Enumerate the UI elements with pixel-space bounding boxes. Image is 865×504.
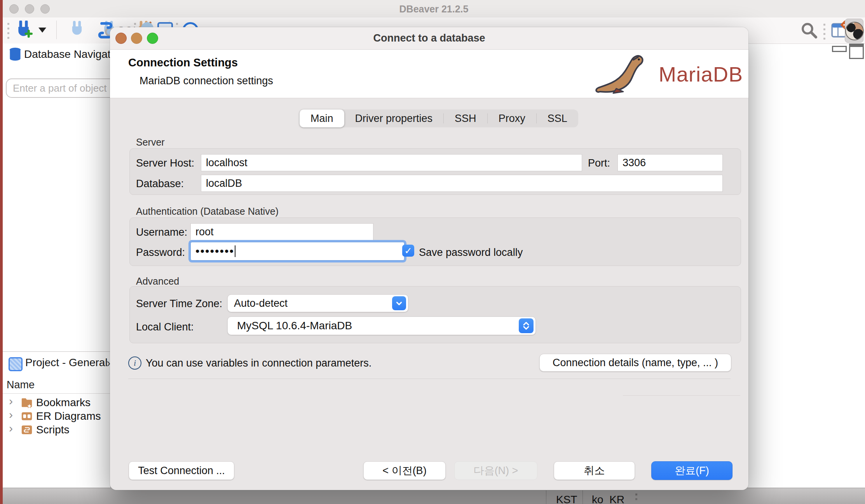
dialog-tab-bar: Main Driver properties SSH Proxy SSL <box>300 109 578 127</box>
popup-stepper-button[interactable] <box>519 318 534 333</box>
content-divider <box>128 379 731 379</box>
tab-ssl[interactable]: SSL <box>537 109 578 127</box>
project-icon <box>9 357 23 371</box>
tab-ssh[interactable]: SSH <box>444 109 487 127</box>
mariadb-seal-icon <box>593 51 655 96</box>
er-diagrams-icon <box>21 410 32 422</box>
checkmark-icon: ✓ <box>404 245 412 256</box>
tree-item-scripts[interactable]: › Scripts <box>3 423 110 437</box>
tree-item-label[interactable]: Bookmarks <box>36 396 91 409</box>
server-timezone-combo[interactable]: Auto-detect <box>227 294 408 312</box>
bookmarks-folder-icon <box>21 396 32 408</box>
maximize-view-icon[interactable] <box>849 43 864 59</box>
database-navigator-icon <box>7 47 23 62</box>
back-button[interactable]: < 이전(B) <box>363 461 446 480</box>
chevrons-up-down-icon <box>521 321 531 330</box>
server-host-label: Server Host: <box>136 157 194 169</box>
sash-divider <box>623 395 740 396</box>
text-caret <box>235 245 235 257</box>
finish-button[interactable]: 완료(F) <box>651 461 732 480</box>
connect-database-dialog: Connect to a database Connection Setting… <box>110 27 748 490</box>
toolbar-grip <box>823 24 825 26</box>
status-separator <box>582 490 583 504</box>
avatar <box>845 22 864 40</box>
tab-main[interactable]: Main <box>300 109 344 127</box>
auth-group-label: Authentication (Database Native) <box>136 206 279 217</box>
global-search-icon[interactable] <box>800 21 818 39</box>
combo-dropdown-button[interactable] <box>392 296 406 310</box>
status-separator <box>546 490 546 504</box>
navigator-search-input[interactable] <box>6 78 111 98</box>
new-connection-dropdown-caret[interactable] <box>38 28 46 33</box>
username-label: Username: <box>136 226 187 238</box>
desktop-edge <box>0 0 3 504</box>
server-timezone-label: Server Time Zone: <box>136 298 222 310</box>
status-locale[interactable]: ko_KR <box>592 494 624 504</box>
toolbar-grip <box>134 23 136 25</box>
status-timezone[interactable]: KST <box>556 494 577 504</box>
local-client-label: Local Client: <box>136 321 194 333</box>
info-icon: i <box>128 356 141 370</box>
tree-item-label[interactable]: ER Diagrams <box>36 410 101 422</box>
connect-icon[interactable] <box>68 21 87 40</box>
header-divider <box>3 393 110 394</box>
tree-item-bookmarks[interactable]: › Bookmarks <box>3 396 110 410</box>
password-label: Password: <box>136 247 185 259</box>
expand-chevron-icon[interactable]: › <box>9 395 13 408</box>
minimize-view-icon[interactable] <box>832 46 847 52</box>
connection-settings-title: Connection Settings <box>128 56 238 69</box>
database-label: Database: <box>136 178 184 190</box>
database-input[interactable]: localDB <box>201 175 723 192</box>
port-input[interactable]: 3306 <box>617 154 723 171</box>
toolbar-grip <box>176 23 178 25</box>
database-navigator-panel: Database Navigator Project - General › N… <box>3 43 111 488</box>
tab-proxy[interactable]: Proxy <box>488 109 536 127</box>
toolbar-separator <box>56 21 57 39</box>
status-bar: KST ko_KR <box>3 488 865 504</box>
connection-settings-subtitle: MariaDB connection settings <box>140 75 273 87</box>
mariadb-logo: MariaDB <box>593 51 745 96</box>
next-button: 다음(N) > <box>454 461 537 480</box>
panel-divider <box>3 351 110 352</box>
username-input[interactable]: root <box>190 223 373 240</box>
port-label: Port: <box>588 157 610 169</box>
local-client-popup[interactable]: MySQL 10.6.4-MariaDB <box>227 316 536 335</box>
tab-driver-properties[interactable]: Driver properties <box>344 109 444 127</box>
tree-item-er-diagrams[interactable]: › ER Diagrams <box>3 410 110 423</box>
server-group-label: Server <box>136 137 165 148</box>
toolbar-grip[interactable] <box>7 23 9 25</box>
main-titlebar: DBeaver 21.2.5 <box>3 0 865 18</box>
mariadb-logo-text: MariaDB <box>659 62 743 86</box>
dialog-header-band: Connection Settings MariaDB connection s… <box>110 50 748 98</box>
save-password-checkbox[interactable]: ✓ <box>402 245 414 257</box>
expand-chevron-icon[interactable]: › <box>9 408 13 421</box>
tab-project-general[interactable]: Project - General <box>25 356 108 369</box>
new-connection-icon[interactable] <box>14 21 34 40</box>
save-password-label: Save password locally <box>419 247 523 259</box>
screen: DBeaver 21.2.5 <box>0 0 865 504</box>
column-header-name[interactable]: Name <box>7 379 35 391</box>
perspective-switcher-button[interactable] <box>845 19 863 43</box>
dialog-title: Connect to a database <box>110 32 748 44</box>
scripts-folder-icon <box>21 424 32 435</box>
tree-item-label[interactable]: Scripts <box>36 424 70 436</box>
status-grip <box>635 494 637 495</box>
test-connection-button[interactable]: Test Connection ... <box>129 461 234 480</box>
info-text: You can use variables in connection para… <box>146 357 371 369</box>
cancel-button[interactable]: 취소 <box>554 461 635 480</box>
password-input[interactable]: •••••••• <box>190 242 405 261</box>
chevron-down-icon <box>395 299 403 308</box>
expand-chevron-icon[interactable]: › <box>9 422 13 435</box>
server-host-input[interactable]: localhost <box>201 154 582 171</box>
tab-database-navigator[interactable]: Database Navigator <box>24 48 111 61</box>
window-title: DBeaver 21.2.5 <box>3 3 865 15</box>
dialog-titlebar: Connect to a database <box>110 27 748 50</box>
connection-details-button[interactable]: Connection details (name, type, ... ) <box>539 354 731 372</box>
advanced-group-label: Advanced <box>136 276 179 287</box>
